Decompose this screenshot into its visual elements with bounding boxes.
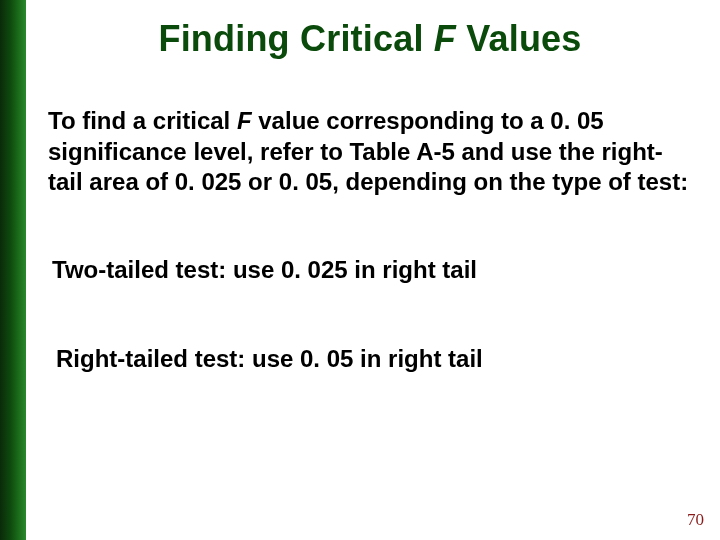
title-italic-f: F — [434, 18, 456, 59]
page-number: 70 — [687, 510, 704, 530]
title-pre: Finding Critical — [158, 18, 433, 59]
slide-title: Finding Critical F Values — [48, 18, 692, 60]
para-italic-f: F — [237, 107, 252, 134]
para-pre: To find a critical — [48, 107, 237, 134]
intro-paragraph: To find a critical F value corresponding… — [48, 106, 692, 198]
two-tailed-line: Two-tailed test: use 0. 025 in right tai… — [52, 254, 692, 285]
left-accent-bar — [0, 0, 26, 540]
right-tailed-line: Right-tailed test: use 0. 05 in right ta… — [56, 343, 692, 374]
title-post: Values — [456, 18, 581, 59]
slide-content: Finding Critical F Values To find a crit… — [26, 0, 720, 540]
